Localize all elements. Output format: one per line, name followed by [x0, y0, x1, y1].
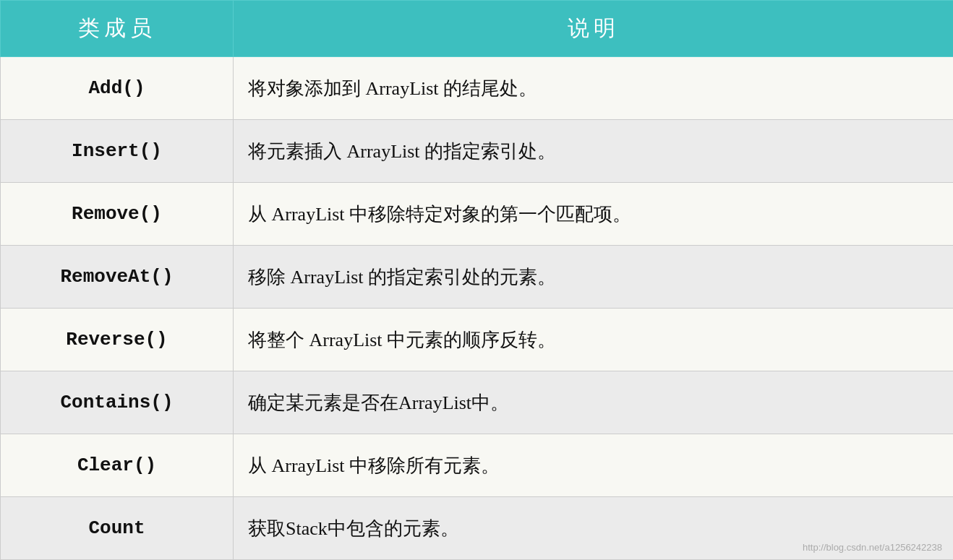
table-row: Reverse()将整个 ArrayList 中元素的顺序反转。: [1, 309, 954, 371]
cell-desc: 从 ArrayList 中移除所有元素。: [234, 434, 954, 497]
cell-member: Contains(): [1, 371, 234, 434]
cell-desc: 将元素插入 ArrayList 的指定索引处。: [234, 120, 954, 183]
table-wrapper: 类成员 说明 Add()将对象添加到 ArrayList 的结尾处。Insert…: [0, 0, 953, 560]
table-row: Insert()将元素插入 ArrayList 的指定索引处。: [1, 120, 954, 183]
cell-member: Clear(): [1, 434, 234, 497]
header-desc: 说明: [234, 1, 954, 57]
cell-member: Count: [1, 497, 234, 560]
cell-desc: 将对象添加到 ArrayList 的结尾处。: [234, 57, 954, 120]
table-row: RemoveAt()移除 ArrayList 的指定索引处的元素。: [1, 246, 954, 309]
cell-member: RemoveAt(): [1, 246, 234, 309]
cell-desc: 从 ArrayList 中移除特定对象的第一个匹配项。: [234, 183, 954, 246]
cell-member: Remove(): [1, 183, 234, 246]
header-member: 类成员: [1, 1, 234, 57]
main-table: 类成员 说明 Add()将对象添加到 ArrayList 的结尾处。Insert…: [0, 0, 953, 560]
table-body: Add()将对象添加到 ArrayList 的结尾处。Insert()将元素插入…: [1, 57, 954, 560]
cell-member: Add(): [1, 57, 234, 120]
cell-member: Reverse(): [1, 309, 234, 371]
table-row: Contains()确定某元素是否在ArrayList中。: [1, 371, 954, 434]
header-row: 类成员 说明: [1, 1, 954, 57]
table-row: Remove()从 ArrayList 中移除特定对象的第一个匹配项。: [1, 183, 954, 246]
table-row: Clear()从 ArrayList 中移除所有元素。: [1, 434, 954, 497]
cell-desc: 移除 ArrayList 的指定索引处的元素。: [234, 246, 954, 309]
watermark: http://blog.csdn.net/a1256242238: [803, 542, 942, 553]
cell-desc: 确定某元素是否在ArrayList中。: [234, 371, 954, 434]
cell-desc: 将整个 ArrayList 中元素的顺序反转。: [234, 309, 954, 371]
cell-member: Insert(): [1, 120, 234, 183]
table-row: Add()将对象添加到 ArrayList 的结尾处。: [1, 57, 954, 120]
